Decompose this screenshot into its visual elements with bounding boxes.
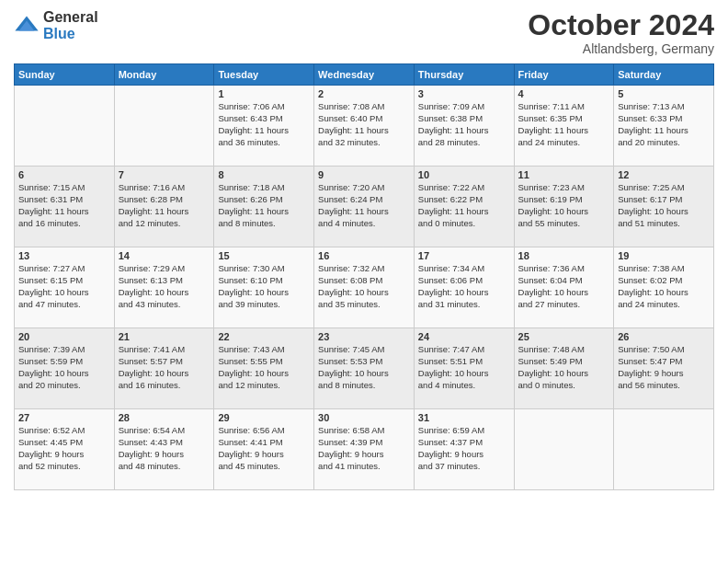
- day-number: 11: [518, 169, 610, 180]
- day-info: Sunrise: 7:15 AM Sunset: 6:31 PM Dayligh…: [18, 182, 110, 229]
- header-thursday: Thursday: [414, 64, 514, 86]
- day-number: 31: [418, 412, 510, 423]
- week-row-5: 27Sunrise: 6:52 AM Sunset: 4:45 PM Dayli…: [15, 409, 714, 490]
- day-cell: 11Sunrise: 7:23 AM Sunset: 6:19 PM Dayli…: [514, 167, 614, 247]
- day-number: 26: [618, 331, 710, 342]
- day-info: Sunrise: 7:43 AM Sunset: 5:55 PM Dayligh…: [218, 344, 310, 391]
- day-cell: 22Sunrise: 7:43 AM Sunset: 5:55 PM Dayli…: [214, 328, 314, 409]
- day-info: Sunrise: 7:36 AM Sunset: 6:04 PM Dayligh…: [518, 263, 610, 310]
- day-number: 4: [518, 88, 610, 99]
- month-title: October 2024: [528, 9, 714, 41]
- day-cell: 17Sunrise: 7:34 AM Sunset: 6:06 PM Dayli…: [414, 247, 514, 328]
- day-cell: 7Sunrise: 7:16 AM Sunset: 6:28 PM Daylig…: [114, 167, 214, 247]
- week-row-4: 20Sunrise: 7:39 AM Sunset: 5:59 PM Dayli…: [15, 328, 714, 409]
- day-cell: 4Sunrise: 7:11 AM Sunset: 6:35 PM Daylig…: [514, 86, 614, 167]
- day-info: Sunrise: 7:20 AM Sunset: 6:24 PM Dayligh…: [318, 182, 410, 229]
- day-cell: 15Sunrise: 7:30 AM Sunset: 6:10 PM Dayli…: [214, 247, 314, 328]
- day-number: 7: [119, 169, 210, 180]
- day-number: 19: [618, 250, 710, 261]
- day-info: Sunrise: 6:54 AM Sunset: 4:43 PM Dayligh…: [119, 425, 210, 472]
- header-sunday: Sunday: [15, 64, 115, 86]
- day-cell: 8Sunrise: 7:18 AM Sunset: 6:26 PM Daylig…: [214, 167, 314, 247]
- day-cell: 30Sunrise: 6:58 AM Sunset: 4:39 PM Dayli…: [314, 409, 415, 490]
- day-number: 5: [618, 88, 710, 99]
- day-cell: 24Sunrise: 7:47 AM Sunset: 5:51 PM Dayli…: [414, 328, 514, 409]
- day-number: 2: [318, 88, 410, 99]
- day-number: 21: [119, 331, 210, 342]
- day-number: 13: [18, 250, 110, 261]
- day-info: Sunrise: 7:48 AM Sunset: 5:49 PM Dayligh…: [518, 344, 610, 391]
- week-row-3: 13Sunrise: 7:27 AM Sunset: 6:15 PM Dayli…: [15, 247, 714, 328]
- week-row-1: 1Sunrise: 7:06 AM Sunset: 6:43 PM Daylig…: [15, 86, 714, 167]
- day-info: Sunrise: 7:29 AM Sunset: 6:13 PM Dayligh…: [119, 263, 210, 310]
- day-cell: 13Sunrise: 7:27 AM Sunset: 6:15 PM Dayli…: [15, 247, 115, 328]
- day-info: Sunrise: 7:27 AM Sunset: 6:15 PM Dayligh…: [18, 263, 110, 310]
- day-cell: [15, 86, 115, 167]
- header: General Blue October 2024 Altlandsberg, …: [14, 9, 714, 56]
- day-number: 8: [218, 169, 310, 180]
- day-info: Sunrise: 7:50 AM Sunset: 5:47 PM Dayligh…: [618, 344, 710, 391]
- day-info: Sunrise: 7:09 AM Sunset: 6:38 PM Dayligh…: [418, 101, 510, 148]
- day-cell: 19Sunrise: 7:38 AM Sunset: 6:02 PM Dayli…: [614, 247, 714, 328]
- day-cell: 1Sunrise: 7:06 AM Sunset: 6:43 PM Daylig…: [214, 86, 314, 167]
- day-number: 6: [18, 169, 110, 180]
- day-info: Sunrise: 7:25 AM Sunset: 6:17 PM Dayligh…: [618, 182, 710, 229]
- day-info: Sunrise: 7:08 AM Sunset: 6:40 PM Dayligh…: [318, 101, 410, 148]
- day-cell: 31Sunrise: 6:59 AM Sunset: 4:37 PM Dayli…: [414, 409, 514, 490]
- header-saturday: Saturday: [614, 64, 714, 86]
- subtitle: Altlandsberg, Germany: [528, 41, 714, 56]
- day-info: Sunrise: 7:23 AM Sunset: 6:19 PM Dayligh…: [518, 182, 610, 229]
- day-info: Sunrise: 6:59 AM Sunset: 4:37 PM Dayligh…: [418, 425, 510, 472]
- day-cell: 12Sunrise: 7:25 AM Sunset: 6:17 PM Dayli…: [614, 167, 714, 247]
- day-number: 12: [618, 169, 710, 180]
- day-cell: 16Sunrise: 7:32 AM Sunset: 6:08 PM Dayli…: [314, 247, 415, 328]
- day-cell: 27Sunrise: 6:52 AM Sunset: 4:45 PM Dayli…: [15, 409, 115, 490]
- day-info: Sunrise: 7:06 AM Sunset: 6:43 PM Dayligh…: [218, 101, 310, 148]
- day-info: Sunrise: 7:22 AM Sunset: 6:22 PM Dayligh…: [418, 182, 510, 229]
- header-tuesday: Tuesday: [214, 64, 314, 86]
- day-info: Sunrise: 7:13 AM Sunset: 6:33 PM Dayligh…: [618, 101, 710, 148]
- day-number: 27: [18, 412, 110, 423]
- day-number: 30: [318, 412, 410, 423]
- day-info: Sunrise: 7:11 AM Sunset: 6:35 PM Dayligh…: [518, 101, 610, 148]
- day-info: Sunrise: 7:30 AM Sunset: 6:10 PM Dayligh…: [218, 263, 310, 310]
- day-cell: [614, 409, 714, 490]
- day-info: Sunrise: 7:38 AM Sunset: 6:02 PM Dayligh…: [618, 263, 710, 310]
- day-cell: 28Sunrise: 6:54 AM Sunset: 4:43 PM Dayli…: [114, 409, 214, 490]
- day-cell: 3Sunrise: 7:09 AM Sunset: 6:38 PM Daylig…: [414, 86, 514, 167]
- header-friday: Friday: [514, 64, 614, 86]
- page: General Blue October 2024 Altlandsberg, …: [0, 0, 728, 563]
- day-number: 15: [218, 250, 310, 261]
- day-cell: 6Sunrise: 7:15 AM Sunset: 6:31 PM Daylig…: [15, 167, 115, 247]
- day-number: 3: [418, 88, 510, 99]
- day-info: Sunrise: 7:18 AM Sunset: 6:26 PM Dayligh…: [218, 182, 310, 229]
- day-number: 25: [518, 331, 610, 342]
- day-info: Sunrise: 6:56 AM Sunset: 4:41 PM Dayligh…: [218, 425, 310, 472]
- day-info: Sunrise: 7:34 AM Sunset: 6:06 PM Dayligh…: [418, 263, 510, 310]
- calendar: SundayMondayTuesdayWednesdayThursdayFrid…: [14, 63, 714, 490]
- day-cell: 21Sunrise: 7:41 AM Sunset: 5:57 PM Dayli…: [114, 328, 214, 409]
- day-info: Sunrise: 7:32 AM Sunset: 6:08 PM Dayligh…: [318, 263, 410, 310]
- day-number: 10: [418, 169, 510, 180]
- day-cell: 9Sunrise: 7:20 AM Sunset: 6:24 PM Daylig…: [314, 167, 415, 247]
- day-number: 9: [318, 169, 410, 180]
- day-cell: 5Sunrise: 7:13 AM Sunset: 6:33 PM Daylig…: [614, 86, 714, 167]
- day-cell: [514, 409, 614, 490]
- day-cell: [114, 86, 214, 167]
- day-info: Sunrise: 7:41 AM Sunset: 5:57 PM Dayligh…: [119, 344, 210, 391]
- day-number: 16: [318, 250, 410, 261]
- calendar-header-row: SundayMondayTuesdayWednesdayThursdayFrid…: [15, 64, 714, 86]
- day-cell: 26Sunrise: 7:50 AM Sunset: 5:47 PM Dayli…: [614, 328, 714, 409]
- day-info: Sunrise: 6:58 AM Sunset: 4:39 PM Dayligh…: [318, 425, 410, 472]
- day-number: 17: [418, 250, 510, 261]
- day-info: Sunrise: 7:16 AM Sunset: 6:28 PM Dayligh…: [119, 182, 210, 229]
- logo-icon: [14, 13, 40, 39]
- day-cell: 2Sunrise: 7:08 AM Sunset: 6:40 PM Daylig…: [314, 86, 415, 167]
- day-cell: 23Sunrise: 7:45 AM Sunset: 5:53 PM Dayli…: [314, 328, 415, 409]
- day-number: 18: [518, 250, 610, 261]
- day-cell: 10Sunrise: 7:22 AM Sunset: 6:22 PM Dayli…: [414, 167, 514, 247]
- day-info: Sunrise: 7:39 AM Sunset: 5:59 PM Dayligh…: [18, 344, 110, 391]
- logo: General Blue: [14, 9, 98, 42]
- day-number: 29: [218, 412, 310, 423]
- header-wednesday: Wednesday: [314, 64, 415, 86]
